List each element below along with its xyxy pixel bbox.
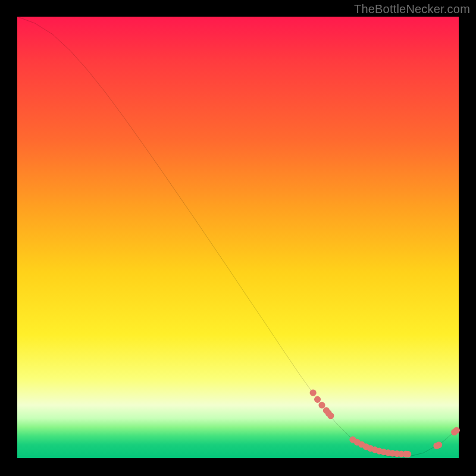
data-markers bbox=[310, 390, 460, 458]
data-point bbox=[318, 402, 325, 408]
data-point bbox=[314, 396, 321, 403]
chart-stage: TheBottleNecker.com bbox=[0, 0, 476, 476]
bottleneck-curve bbox=[17, 17, 459, 458]
data-point bbox=[436, 441, 442, 448]
data-point bbox=[453, 427, 460, 434]
plot-area bbox=[17, 17, 459, 458]
data-point bbox=[327, 412, 334, 419]
watermark-text: TheBottleNecker.com bbox=[354, 2, 470, 16]
data-point bbox=[405, 451, 411, 458]
data-point bbox=[310, 390, 317, 396]
chart-svg bbox=[17, 17, 459, 458]
